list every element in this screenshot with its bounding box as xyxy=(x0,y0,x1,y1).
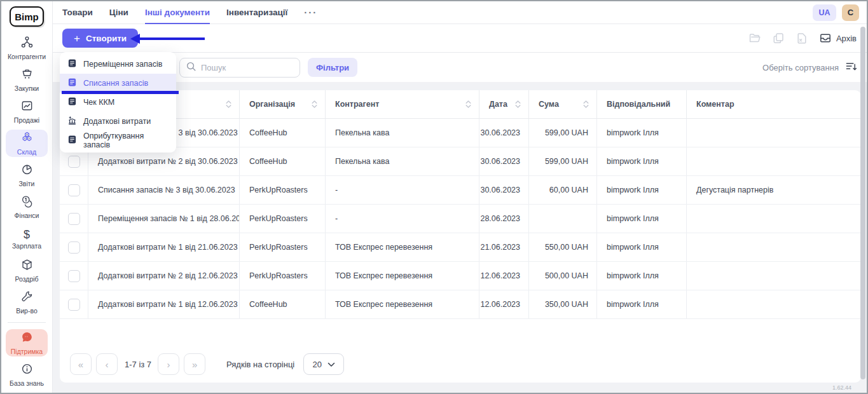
sidebar-item-purchases[interactable]: Закупки xyxy=(6,66,48,93)
tab-tsiny[interactable]: Ціни xyxy=(109,1,128,24)
sidebar-nav: Контрагенти Закупки Продажі Склад Звіти xyxy=(1,34,52,388)
menu-item-label: Додаткові витрати xyxy=(83,117,151,126)
sidebar-divider xyxy=(8,322,46,323)
cell-date: 30.06.2023 xyxy=(479,176,529,204)
sort-control[interactable]: Оберіть сортування xyxy=(762,60,867,75)
topbar-right: UA C xyxy=(813,4,867,21)
cell-date: 30.06.2023 xyxy=(479,119,529,147)
cell-responsible: bimpwork Ілля xyxy=(597,119,687,147)
row-checkbox[interactable] xyxy=(68,184,80,196)
language-badge[interactable]: UA xyxy=(813,4,836,21)
sidebar-item-label: Зарплата xyxy=(12,242,41,250)
row-checkbox[interactable] xyxy=(68,156,80,168)
search-box xyxy=(179,58,300,78)
sidebar-item-sales[interactable]: Продажі xyxy=(6,98,48,125)
sales-icon xyxy=(20,99,34,115)
sidebar-item-salary[interactable]: $ Зарплата xyxy=(6,225,48,252)
menu-item-stock-receipt[interactable]: Оприбуткування запасів xyxy=(60,131,176,150)
sidebar-item-contractors[interactable]: Контрагенти xyxy=(6,34,48,62)
sidebar-item-warehouse[interactable]: Склад xyxy=(6,130,48,157)
avatar[interactable]: C xyxy=(842,4,859,21)
menu-item-stock-writeoff[interactable]: Списання запасів xyxy=(60,74,176,93)
cell-responsible: bimpwork Ілля xyxy=(597,176,687,204)
document-icon xyxy=(67,58,77,70)
knowledge-icon xyxy=(20,362,34,378)
sidebar-item-support[interactable]: Підтримка xyxy=(6,329,48,357)
more-tabs-icon[interactable]: ··· xyxy=(304,7,317,18)
tab-inventaryzatsii[interactable]: Інвентаризації xyxy=(226,1,287,24)
remove-file-icon[interactable] xyxy=(796,32,808,44)
copy-icon[interactable] xyxy=(772,32,785,44)
sidebar-item-label: Фінанси xyxy=(15,212,39,219)
sort-carets-icon xyxy=(310,99,319,109)
create-button-label: Створити xyxy=(86,34,127,43)
cell-date: 30.06.2023 xyxy=(479,147,529,175)
column-header-responsible: Відповідальний xyxy=(597,90,687,118)
search-input[interactable] xyxy=(201,63,294,72)
first-page-button[interactable]: « xyxy=(70,353,92,375)
row-checkbox[interactable] xyxy=(68,241,80,254)
warehouse-icon xyxy=(20,131,34,147)
cell-organization: PerkUpRoasters xyxy=(240,176,326,204)
sidebar-item-production[interactable]: Вир-во xyxy=(6,289,48,316)
sort-carets-icon xyxy=(464,99,472,109)
cell-contractor: - xyxy=(326,176,479,204)
app-logo[interactable]: Bimp xyxy=(10,6,44,27)
column-header-contractor[interactable]: Контрагент xyxy=(326,90,479,118)
column-header-sum[interactable]: Сума xyxy=(529,90,597,118)
cell-contractor: Пекельна кава xyxy=(326,119,479,147)
rows-per-page-select[interactable]: 20 xyxy=(303,353,344,375)
sidebar-item-knowledge[interactable]: База знань xyxy=(6,361,48,388)
open-folder-icon[interactable] xyxy=(748,32,761,44)
cell-organization: CoffeeHub xyxy=(240,119,326,147)
sort-carets-icon xyxy=(514,99,522,109)
next-page-button[interactable]: › xyxy=(158,353,179,375)
filters-button[interactable]: Фільтри xyxy=(308,58,357,77)
menu-item-kkm-receipt[interactable]: Чек ККМ xyxy=(60,93,176,112)
create-button[interactable]: + Створити xyxy=(62,29,138,48)
cell-sum: 500,00 UAH xyxy=(529,262,597,290)
table-row[interactable]: Додаткові витрати № 1 від 21.06.2023 Per… xyxy=(60,233,861,262)
archive-button[interactable]: Архів xyxy=(819,32,857,44)
cell-responsible: bimpwork Ілля xyxy=(597,147,687,175)
table-row[interactable]: Додаткові витрати № 1 від 12.06.2023 Cof… xyxy=(60,290,861,319)
table-row[interactable]: Додаткові витрати № 3 від 30.06.2023 Cof… xyxy=(60,119,861,147)
reports-icon xyxy=(20,163,34,179)
cell-sum: 60,00 UAH xyxy=(529,176,597,204)
row-checkbox[interactable] xyxy=(68,213,80,225)
documents-table: Організація Контрагент Дата Сума Відпові… xyxy=(60,90,861,383)
cell-date: 12.06.2023 xyxy=(479,290,529,318)
tab-tovary[interactable]: Товари xyxy=(62,1,93,24)
cell-organization: PerkUpRoasters xyxy=(240,205,326,233)
table-row[interactable]: Додаткові витрати № 2 від 12.06.2023 Per… xyxy=(60,262,861,290)
column-header-date[interactable]: Дата xyxy=(479,90,529,118)
sidebar-item-label: Закупки xyxy=(15,85,39,92)
table-row[interactable]: Додаткові витрати № 2 від 30.06.2023 Cof… xyxy=(60,147,861,176)
table-row[interactable]: Списання запасів № 3 від 30.06.2023 Perk… xyxy=(60,176,861,205)
sort-carets-icon xyxy=(224,99,233,109)
tab-inshi-dokumenty[interactable]: Інші документи xyxy=(145,1,210,24)
row-checkbox[interactable] xyxy=(68,299,80,311)
menu-item-label: Переміщення запасів xyxy=(83,60,162,69)
scrollbar-thumb[interactable] xyxy=(860,27,865,379)
menu-item-additional-expenses[interactable]: Додаткові витрати xyxy=(60,112,176,131)
sidebar-item-label: Звіти xyxy=(19,180,35,187)
prev-page-button[interactable]: ‹ xyxy=(96,353,118,375)
row-checkbox[interactable] xyxy=(68,270,80,282)
cell-sum: 350,00 UAH xyxy=(529,290,597,318)
pagination: « ‹ 1-7 із 7 › » Рядків на сторінці 20 xyxy=(70,353,344,375)
column-header-organization[interactable]: Організація xyxy=(240,90,326,118)
cell-comment xyxy=(687,147,861,175)
menu-item-stock-transfer[interactable]: Переміщення запасів xyxy=(60,55,176,74)
retail-icon xyxy=(20,258,34,274)
sidebar-item-reports[interactable]: Звіти xyxy=(6,161,48,189)
cell-name: Переміщення запасів № 1 від 28.06.2023 xyxy=(88,205,240,233)
cell-sum: 599,00 UAH xyxy=(529,119,597,147)
cell-contractor: ТОВ Експрес перевезення xyxy=(326,233,479,261)
last-page-button[interactable]: » xyxy=(184,353,205,375)
table-row[interactable]: Переміщення запасів № 1 від 28.06.2023 P… xyxy=(60,205,861,233)
sidebar-item-label: Контрагенти xyxy=(8,53,46,60)
sidebar-item-retail[interactable]: Роздріб xyxy=(6,257,48,284)
sidebar-item-finances[interactable]: Фінанси xyxy=(6,193,48,221)
plus-icon: + xyxy=(74,33,80,44)
